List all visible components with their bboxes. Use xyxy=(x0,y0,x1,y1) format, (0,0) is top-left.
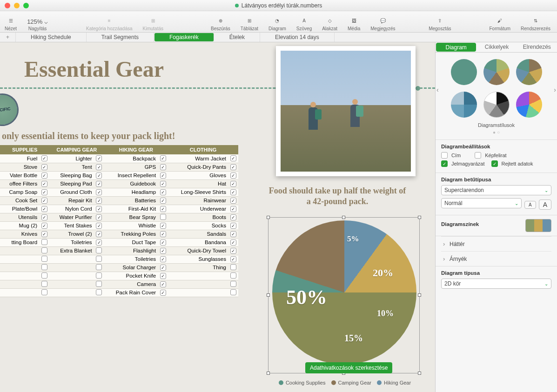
checkbox-cell[interactable] xyxy=(228,196,238,205)
checkbox-cell[interactable] xyxy=(228,163,238,171)
organize-button[interactable]: ⇅Rendszerezés xyxy=(521,15,550,31)
format-button[interactable]: 🖌Formátum xyxy=(490,15,511,31)
table-cell[interactable]: Headlamp xyxy=(104,188,158,196)
hiking-photo[interactable] xyxy=(276,46,416,176)
checkbox-icon[interactable] xyxy=(96,231,102,237)
checkbox-cell[interactable] xyxy=(158,221,168,230)
checkbox-cell[interactable] xyxy=(94,230,104,238)
tab-arrange[interactable]: Elrendezés xyxy=(517,42,557,52)
checkbox-cell[interactable] xyxy=(158,205,168,213)
checkbox-icon[interactable] xyxy=(96,155,102,161)
table-cell[interactable]: Guidebook xyxy=(104,179,158,188)
table-cell[interactable]: Solar Charger xyxy=(104,263,158,272)
font-style-dropdown[interactable]: Normál⌄ xyxy=(441,198,522,208)
font-family-dropdown[interactable]: Superclarendon⌄ xyxy=(441,185,551,195)
table-cell[interactable]: Cook Set xyxy=(0,196,39,205)
table-cell[interactable]: Fuel xyxy=(0,154,39,163)
checkbox-cell[interactable] xyxy=(39,179,49,188)
table-cell[interactable]: Duct Tape xyxy=(104,238,158,246)
style-pie-4[interactable] xyxy=(451,92,477,118)
table-cell[interactable]: Tent xyxy=(49,163,94,171)
table-cell[interactable]: Bear Spray xyxy=(104,213,158,221)
checkbox-cell[interactable] xyxy=(39,255,49,263)
checkbox-icon[interactable] xyxy=(160,256,166,262)
sheet-tab[interactable]: Trail Segments xyxy=(87,33,154,42)
checkbox-icon[interactable] xyxy=(41,206,47,212)
zoom-dropdown[interactable]: 125% ⌵Nagyítás xyxy=(27,18,48,31)
style-pie-2[interactable] xyxy=(483,59,510,85)
table-cell[interactable]: Camera xyxy=(104,280,158,288)
table-cell[interactable]: Backpack xyxy=(104,154,158,163)
checkbox-cell[interactable] xyxy=(228,205,238,213)
opt-title-checkbox[interactable]: Cím xyxy=(441,152,461,159)
opt-hidden-checkbox[interactable]: Rejtett adatok xyxy=(491,160,533,167)
share-button[interactable]: ⇪Megosztás xyxy=(429,15,451,31)
table-cell[interactable]: Utensils xyxy=(0,213,39,221)
table-cell[interactable]: Stove xyxy=(0,163,39,171)
checkbox-icon[interactable] xyxy=(160,290,166,296)
checkbox-icon[interactable] xyxy=(41,223,47,229)
sheet-tab[interactable]: Elevation 14 days xyxy=(260,33,335,42)
table-cell[interactable]: Trowel (2) xyxy=(49,230,94,238)
table-row[interactable]: Vater BottleSleeping BagInsect Repellent… xyxy=(0,171,238,179)
table-cell[interactable]: Insect Repellent xyxy=(104,171,158,179)
checkbox-icon[interactable] xyxy=(160,231,166,237)
checkbox-icon[interactable] xyxy=(41,155,47,161)
checkbox-icon[interactable] xyxy=(230,164,236,170)
checkbox-icon[interactable] xyxy=(230,198,236,204)
checkbox-icon[interactable] xyxy=(41,173,47,179)
table-cell[interactable]: GPS xyxy=(104,163,158,171)
sheet-tab[interactable]: Hiking Schedule xyxy=(16,33,87,42)
table-cell[interactable]: Quick-Dry Towel xyxy=(168,246,228,255)
table-row[interactable]: KnivesTrowel (2)Trekking PolesSandals xyxy=(0,230,238,238)
checkbox-icon[interactable] xyxy=(230,173,236,179)
checkbox-icon[interactable] xyxy=(96,173,102,179)
checkbox-cell[interactable] xyxy=(228,221,238,230)
opt-caption-checkbox[interactable]: Képfelirat xyxy=(475,152,506,159)
checkbox-icon[interactable] xyxy=(41,272,47,279)
checkbox-icon[interactable] xyxy=(96,272,102,279)
resize-handle[interactable] xyxy=(342,216,345,219)
checkbox-cell[interactable] xyxy=(158,196,168,205)
table-row[interactable]: Extra BlanketFlashlightQuick-Dry Towel xyxy=(0,246,238,255)
edit-data-button[interactable]: Adathivatkozások szerkesztése xyxy=(305,362,392,373)
sheet-tab[interactable]: Fogaskerék xyxy=(154,33,214,41)
table-cell[interactable]: Rainwear xyxy=(168,196,228,205)
table-cell[interactable] xyxy=(0,272,39,280)
checkbox-icon[interactable] xyxy=(230,181,236,187)
table-cell[interactable] xyxy=(0,288,39,297)
checkbox-icon[interactable] xyxy=(96,223,102,229)
table-cell[interactable] xyxy=(0,255,39,263)
table-cell[interactable]: Thing xyxy=(168,263,228,272)
table-row[interactable]: Pack Rain Cover xyxy=(0,288,238,297)
checkbox-cell[interactable] xyxy=(94,238,104,246)
checkbox-icon[interactable] xyxy=(160,198,166,204)
text-button[interactable]: ASzöveg xyxy=(296,15,312,31)
table-cell[interactable]: Trekking Poles xyxy=(104,230,158,238)
checkbox-icon[interactable] xyxy=(41,164,47,170)
resize-handle[interactable] xyxy=(418,293,421,297)
color-palette-button[interactable] xyxy=(525,219,551,232)
table-row[interactable]: ToiletriesSunglasses xyxy=(0,255,238,263)
table-cell[interactable]: Toiletries xyxy=(104,255,158,263)
table-cell[interactable]: Pocket Knife xyxy=(104,272,158,280)
checkbox-cell[interactable] xyxy=(39,288,49,297)
checkbox-icon[interactable] xyxy=(96,256,102,262)
checkbox-cell[interactable] xyxy=(158,272,168,280)
table-row[interactable]: UtensilsWater PurifierBear SprayBoots xyxy=(0,213,238,221)
checkbox-icon[interactable] xyxy=(96,181,102,187)
checkbox-cell[interactable] xyxy=(228,179,238,188)
checkbox-cell[interactable] xyxy=(158,188,168,196)
checkbox-cell[interactable] xyxy=(158,213,168,221)
checkbox-cell[interactable] xyxy=(158,263,168,272)
checkbox-cell[interactable] xyxy=(39,171,49,179)
checkbox-cell[interactable] xyxy=(39,238,49,246)
checkbox-icon[interactable] xyxy=(96,164,102,170)
checkbox-cell[interactable] xyxy=(39,230,49,238)
checkbox-icon[interactable] xyxy=(230,206,236,212)
table-cell[interactable] xyxy=(49,288,94,297)
table-row[interactable]: Mug (2)Tent StakesWhistleSocks xyxy=(0,221,238,230)
checkbox-cell[interactable] xyxy=(228,238,238,246)
table-cell[interactable]: Bandana xyxy=(168,238,228,246)
checkbox-cell[interactable] xyxy=(158,171,168,179)
